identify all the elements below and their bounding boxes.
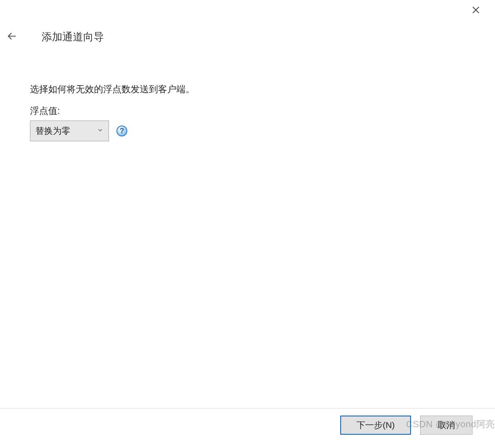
help-symbol: ? [120,127,124,135]
float-value-label: 浮点值: [30,105,465,117]
field-row: 替换为零 ? [30,121,465,141]
chevron-down-icon [97,127,104,135]
arrow-left-icon [7,31,17,43]
help-icon[interactable]: ? [116,126,127,136]
float-value-select[interactable]: 替换为零 [30,121,109,141]
back-button[interactable] [5,30,18,44]
wizard-footer: 下一步(N) 取消 [0,408,495,433]
wizard-title: 添加通道向导 [42,30,104,44]
description-text: 选择如何将无效的浮点数发送到客户端。 [30,83,465,96]
close-icon [471,5,480,16]
wizard-header: 添加通道向导 [5,30,104,44]
wizard-content: 选择如何将无效的浮点数发送到客户端。 浮点值: 替换为零 ? [30,83,465,141]
cancel-button[interactable]: 取消 [420,416,473,435]
close-button[interactable] [469,4,483,17]
next-button[interactable]: 下一步(N) [340,416,411,435]
select-value: 替换为零 [35,125,97,137]
